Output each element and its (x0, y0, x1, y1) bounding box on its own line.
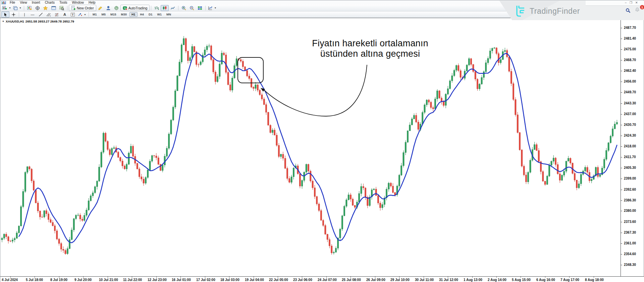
timeframe-mn[interactable]: MN (164, 12, 173, 17)
chart-area[interactable]: ▼ XAUUSD,H1 2651.58 2653.27 2649.78 2652… (0, 18, 644, 282)
time-label: 30 Jul 11:00 (415, 278, 434, 282)
navigator-button[interactable] (42, 5, 50, 11)
price-label: 2481.40 (624, 37, 636, 40)
fibonacci-button[interactable] (53, 11, 61, 17)
menu-tools[interactable]: Tools (57, 1, 69, 4)
chevron-down-icon: ▼ (19, 7, 21, 9)
market-watch-button[interactable] (25, 5, 34, 11)
data-window-button[interactable] (34, 5, 42, 11)
time-tick (108, 277, 108, 278)
time-tick (229, 277, 229, 278)
price-label: 2380.00 (624, 209, 636, 213)
time-tick (326, 277, 327, 278)
metaeditor-button[interactable] (96, 5, 104, 11)
equidistant-channel-button[interactable]: e (45, 11, 53, 17)
menu-window[interactable]: Window (69, 1, 86, 4)
time-label: 5 Aug 15:00 (512, 278, 531, 282)
price-tick (621, 157, 622, 157)
price-axis[interactable]: 2487.702481.402475.002468.702462.402456.… (621, 18, 644, 276)
time-tick (59, 277, 59, 278)
community-button[interactable] (112, 5, 120, 11)
price-label: 2392.60 (624, 188, 636, 191)
strategy-tester-button[interactable] (58, 5, 66, 11)
experts-button[interactable] (104, 5, 112, 11)
timeframe-h4[interactable]: H4 (138, 12, 146, 17)
restore-button[interactable]: ❐ (630, 1, 632, 4)
time-tick (205, 277, 205, 278)
menu-file[interactable]: File (7, 1, 17, 4)
time-label: 19 Jul 04:00 (245, 278, 264, 282)
time-axis[interactable]: 4 Jul 20245 Jul 18:008 Jul 19:009 Jul 20… (0, 276, 644, 282)
text-button[interactable]: A (61, 11, 69, 17)
time-tick (521, 277, 521, 278)
new-order-button[interactable]: New Order (69, 5, 96, 11)
menu-help[interactable]: Help (86, 1, 98, 4)
price-label: 2411.70 (624, 155, 636, 159)
minimize-button[interactable]: – (625, 1, 627, 4)
new-chart-button[interactable]: ▼ (1, 5, 12, 11)
tile-windows-button[interactable] (196, 5, 204, 11)
menu-insert[interactable]: Insert (30, 1, 43, 4)
chevron-down-icon: ▼ (214, 7, 216, 9)
timeframe-h1[interactable]: H1 (129, 12, 138, 17)
chart-line-button[interactable] (169, 5, 177, 11)
symbol-name: XAUUSD,H1 (6, 19, 24, 23)
price-label: 2430.70 (624, 123, 636, 127)
price-tick (621, 71, 622, 71)
chevron-down-icon: ▼ (9, 7, 11, 9)
search-icon[interactable] (626, 8, 631, 13)
time-tick (375, 277, 375, 278)
price-label: 2437.00 (624, 112, 636, 116)
profiles-button[interactable]: ▼ (12, 5, 22, 11)
price-tick (621, 200, 622, 201)
price-label: 2373.60 (624, 220, 636, 224)
price-tick (621, 179, 622, 179)
tray-buttons: 1 (626, 7, 640, 14)
time-label: 8 Jul 19:00 (50, 278, 67, 282)
timeframe-d1[interactable]: D1 (147, 12, 155, 17)
timeframe-m30[interactable]: M30 (119, 12, 129, 17)
toolbar-separator (151, 6, 151, 10)
chart-bars-button[interactable] (153, 5, 161, 11)
close-button[interactable]: ✕ (635, 1, 638, 4)
zoom-out-button[interactable] (188, 5, 196, 11)
price-tick (621, 265, 622, 265)
time-tick (594, 277, 594, 278)
crosshair-button[interactable] (9, 11, 17, 17)
notifications-button[interactable]: 1 (635, 7, 640, 14)
vertical-line-button[interactable]: | (20, 11, 29, 17)
time-tick (180, 277, 181, 278)
arrow-shapes-button[interactable]: ▼ (77, 11, 87, 17)
time-label: 2 Aug 14:00 (488, 278, 506, 282)
toolbar-separator (67, 6, 67, 10)
trendline-button[interactable] (37, 11, 45, 17)
timeframe-m1[interactable]: M1 (91, 12, 99, 17)
text-label-button[interactable]: T (69, 11, 77, 17)
price-tick (621, 190, 622, 190)
timeframe-w1[interactable]: W1 (155, 12, 164, 17)
time-tick (35, 277, 35, 278)
chart-candles-button[interactable] (161, 5, 169, 11)
price-tick (621, 125, 622, 125)
collapse-triangle-icon[interactable]: ▼ (2, 20, 4, 22)
terminal-button[interactable] (50, 5, 58, 11)
horizontal-line-button[interactable]: — (29, 11, 37, 17)
price-tick (621, 114, 622, 114)
timeframe-m15[interactable]: M15 (108, 12, 118, 17)
menu-view[interactable]: View (17, 1, 30, 4)
menu-charts[interactable]: Charts (43, 1, 57, 4)
time-label: 25 Jul 08:00 (342, 278, 361, 282)
price-label: 2468.70 (624, 58, 636, 62)
time-label: 6 Aug 16:00 (536, 278, 555, 282)
timeframe-m5[interactable]: M5 (99, 12, 108, 17)
new-order-label: New Order (77, 6, 94, 10)
time-tick (472, 277, 473, 278)
notification-badge: 1 (640, 5, 644, 9)
zoom-in-button[interactable] (180, 5, 188, 11)
autotrading-button[interactable]: AutoTrading (120, 5, 150, 11)
indicators-button[interactable]: ▼ (207, 5, 217, 11)
cursor-button[interactable] (1, 11, 9, 17)
chevron-down-icon: ▼ (84, 13, 86, 16)
time-label: 29 Jul 10:00 (390, 278, 410, 282)
time-tick (351, 277, 351, 278)
